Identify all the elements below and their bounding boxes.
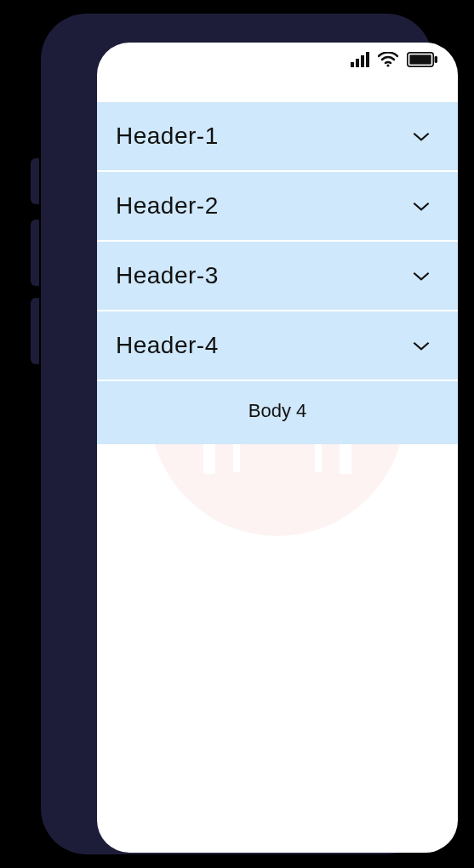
svg-rect-4 [361,55,364,67]
phone-frame: Header-1 Header-2 Header-3 Header-4 [41,14,432,854]
status-bar [97,43,458,80]
chevron-down-icon [410,334,432,357]
battery-icon [407,52,437,71]
signal-icon [351,52,369,71]
svg-rect-3 [356,59,359,67]
svg-rect-8 [409,54,431,64]
wifi-icon [378,52,398,71]
chevron-down-icon [410,195,432,217]
svg-rect-9 [435,56,437,63]
svg-point-6 [386,64,389,66]
accordion-label: Header-1 [116,123,219,150]
accordion-body-4: Body 4 [97,381,458,444]
screen: Header-1 Header-2 Header-3 Header-4 [97,43,458,853]
accordion-header-4[interactable]: Header-4 [97,311,458,381]
accordion: Header-1 Header-2 Header-3 Header-4 [97,80,458,444]
accordion-header-1[interactable]: Header-1 [97,102,458,172]
svg-rect-5 [366,52,369,67]
chevron-down-icon [410,125,432,147]
accordion-label: Header-3 [116,262,219,289]
accordion-label: Header-4 [116,332,219,359]
accordion-label: Header-2 [116,192,219,220]
accordion-header-2[interactable]: Header-2 [97,172,458,242]
chevron-down-icon [410,265,432,287]
accordion-header-3[interactable]: Header-3 [97,242,458,311]
svg-rect-2 [351,62,354,67]
